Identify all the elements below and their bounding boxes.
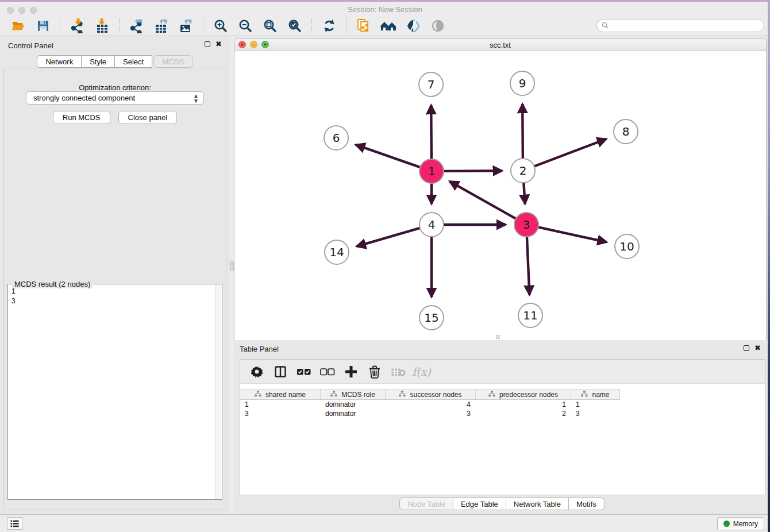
delete-icon[interactable]: [364, 362, 385, 381]
cell-shared-name[interactable]: 1: [240, 400, 321, 409]
clone-network-icon[interactable]: [351, 17, 376, 34]
edge-4-14[interactable]: [357, 228, 420, 246]
export-network-icon[interactable]: [124, 17, 149, 34]
zoom-fit-icon[interactable]: [257, 17, 282, 34]
home-icon[interactable]: [376, 17, 401, 34]
mcds-result-box: MCDS result (2 nodes) 1 3: [7, 284, 222, 500]
edge-2-9[interactable]: [522, 104, 523, 159]
zoom-selected-icon[interactable]: [282, 17, 307, 34]
cell-successor-nodes[interactable]: 3: [386, 409, 476, 418]
network-view-window: ✕ − + scc.txt 7968124314101511: [234, 38, 767, 340]
tab-motifs[interactable]: Motifs: [569, 498, 605, 510]
panel-splitter[interactable]: [230, 36, 234, 514]
node-label-10: 10: [619, 240, 634, 253]
cell-successor-nodes[interactable]: 4: [386, 400, 476, 409]
column-header-shared-name[interactable]: shared name: [240, 389, 321, 400]
control-panel-tabs: NetworkStyleSelectMCDS: [0, 55, 230, 68]
cell-shared-name[interactable]: 3: [240, 409, 321, 418]
tab-edge-table[interactable]: Edge Table: [453, 498, 506, 510]
cell-predecessor-nodes[interactable]: 1: [476, 400, 571, 409]
edge-1-2[interactable]: [444, 171, 502, 171]
tab-network-table[interactable]: Network Table: [506, 498, 569, 510]
float-panel-icon[interactable]: [205, 41, 210, 47]
edge-1-7[interactable]: [431, 105, 432, 159]
status-bar: Memory: [0, 514, 770, 532]
node-label-8: 8: [622, 125, 630, 138]
table-row[interactable]: 3dominator323: [240, 409, 765, 418]
close-panel-icon[interactable]: ✖: [215, 41, 222, 47]
network-canvas[interactable]: 7968124314101511: [234, 51, 766, 340]
zoom-out-icon[interactable]: [233, 17, 257, 34]
memory-button[interactable]: Memory: [717, 517, 764, 530]
canvas-resize-handle[interactable]: [496, 335, 500, 339]
edge-3-1[interactable]: [449, 182, 515, 219]
tab-select[interactable]: Select: [115, 55, 152, 68]
cell-name[interactable]: 3: [571, 409, 620, 418]
edge-2-3[interactable]: [523, 183, 525, 204]
import-network-icon[interactable]: [65, 17, 90, 34]
zoom-in-icon[interactable]: [208, 17, 233, 34]
network-window-titlebar[interactable]: ✕ − + scc.txt: [234, 38, 766, 51]
optimization-criterion-label: Optimization criterion:: [0, 83, 230, 92]
edge-3-11[interactable]: [527, 237, 529, 295]
desktop-edge-right: [768, 0, 770, 532]
cell-predecessor-nodes[interactable]: 2: [476, 409, 571, 418]
table-row[interactable]: 1dominator411: [240, 400, 765, 409]
columns-icon[interactable]: [270, 362, 291, 381]
select-all-icon[interactable]: [293, 362, 314, 381]
memory-label: Memory: [733, 520, 758, 528]
search-box[interactable]: [596, 19, 764, 32]
column-header-MCDS-role[interactable]: MCDS role: [321, 389, 386, 400]
task-history-button[interactable]: [7, 517, 22, 530]
cell-MCDS-role[interactable]: dominator: [321, 400, 386, 409]
cell-MCDS-role[interactable]: dominator: [321, 409, 386, 418]
save-session-icon[interactable]: [30, 17, 55, 34]
edge-2-8[interactable]: [534, 139, 607, 167]
export-image-icon[interactable]: [174, 17, 198, 34]
refresh-icon[interactable]: [317, 17, 341, 34]
node-label-15: 15: [424, 311, 438, 325]
tab-node-table[interactable]: Node Table: [399, 498, 453, 510]
cell-name[interactable]: 1: [571, 400, 620, 409]
preview-icon[interactable]: [425, 17, 450, 34]
import-table-icon[interactable]: [90, 17, 114, 34]
hide-details-icon[interactable]: [401, 17, 425, 34]
tab-network[interactable]: Network: [37, 55, 82, 68]
hierarchy-icon: [330, 391, 337, 399]
tab-style[interactable]: Style: [82, 55, 115, 68]
hierarchy-icon: [488, 391, 495, 399]
open-session-icon[interactable]: [6, 17, 30, 34]
table-tabs: Node TableEdge TableNetwork TableMotifs: [234, 498, 770, 510]
node-label-11: 11: [523, 309, 537, 322]
deselect-all-icon[interactable]: [317, 362, 338, 381]
edge-3-10[interactable]: [538, 227, 607, 242]
tab-mcds[interactable]: MCDS: [153, 55, 192, 68]
add-column-icon[interactable]: [340, 362, 361, 381]
gear-icon[interactable]: [246, 362, 267, 381]
network-window-title: scc.txt: [234, 41, 766, 49]
control-panel-title: Control Panel: [8, 41, 53, 50]
hierarchy-icon: [399, 391, 406, 399]
column-header-successor-nodes[interactable]: successor nodes: [386, 389, 476, 400]
export-table-icon[interactable]: [149, 17, 174, 34]
node-label-3: 3: [523, 218, 530, 232]
edge-1-6[interactable]: [356, 145, 420, 167]
toolbar-separator: [346, 18, 346, 33]
table-panel: Table Panel ✖ f(x) shared nameMCDS roles…: [234, 342, 770, 514]
splitter-handle[interactable]: [230, 261, 234, 271]
search-input[interactable]: [609, 22, 753, 30]
optimization-criterion-dropdown[interactable]: strongly connected component ▲▼: [26, 91, 204, 105]
column-header-predecessor-nodes[interactable]: predecessor nodes: [476, 389, 571, 400]
node-label-4: 4: [428, 218, 436, 232]
result-scrollbar[interactable]: [215, 285, 221, 499]
close-table-panel-icon[interactable]: ✖: [754, 345, 761, 351]
close-panel-button[interactable]: Close panel: [118, 111, 178, 124]
network-graph[interactable]: 7968124314101511: [234, 51, 766, 340]
column-header-name[interactable]: name: [571, 389, 620, 400]
control-panel: Control Panel ✖ NetworkStyleSelectMCDS O…: [0, 36, 230, 514]
node-label-2: 2: [519, 164, 527, 178]
dropdown-value: strongly connected component: [33, 94, 135, 102]
run-mcds-button[interactable]: Run MCDS: [53, 111, 110, 124]
mcds-result-list[interactable]: 1 3: [11, 287, 16, 306]
float-table-panel-icon[interactable]: [744, 345, 749, 351]
